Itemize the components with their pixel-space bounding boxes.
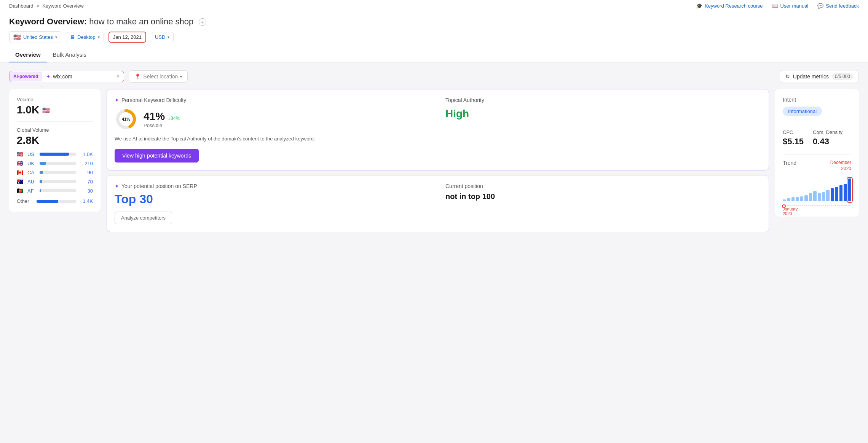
trend-bar xyxy=(835,187,838,201)
volume-bar xyxy=(40,153,76,156)
af-flag-icon: 🇦🇫 xyxy=(17,188,24,194)
ai-badge: AI-powered xyxy=(10,72,42,81)
update-count-badge: 0/5,000 xyxy=(832,73,853,80)
other-volume: 1.4K xyxy=(79,198,93,204)
breadcrumb-separator: > xyxy=(37,3,40,9)
chevron-down-icon: ▾ xyxy=(55,35,57,39)
tab-overview[interactable]: Overview xyxy=(9,48,47,62)
trend-bar xyxy=(796,197,799,201)
donut-label: 41% xyxy=(122,117,130,121)
view-high-potential-button[interactable]: View high-potential keywords xyxy=(115,149,199,163)
current-position: Current position not in top 100 xyxy=(445,183,761,206)
search-input[interactable] xyxy=(53,73,114,80)
trend-dashed-line xyxy=(783,206,851,206)
list-item: 🇺🇸 US 1.0K xyxy=(17,151,93,157)
global-volume-label: Global Volume xyxy=(17,127,93,133)
country-filter-button[interactable]: 🇺🇸 United States ▾ xyxy=(9,31,61,43)
country-volume: 1.0K xyxy=(79,151,93,157)
desktop-icon: 🖥 xyxy=(70,34,75,40)
intent-label: Intent xyxy=(783,97,851,103)
cpc-item: CPC $5.15 xyxy=(783,129,804,147)
pkd-section: ✦ Personal Keyword Difficulty 41% xyxy=(115,97,430,131)
country-volume: 90 xyxy=(79,170,93,175)
chevron-down-icon: ▾ xyxy=(180,75,182,79)
refresh-icon: ↻ xyxy=(785,73,790,80)
volume-label: Volume xyxy=(17,97,93,102)
filters-row: 🇺🇸 United States ▾ 🖥 Desktop ▾ Jan 12, 2… xyxy=(9,31,859,48)
chevron-down-icon: ▾ xyxy=(168,35,169,39)
card-top: ✦ Personal Keyword Difficulty 41% xyxy=(115,97,761,131)
trend-bar xyxy=(813,191,816,201)
ta-value: High xyxy=(445,108,761,120)
trend-jan-label: January 2020 xyxy=(783,207,798,216)
current-pos-header: Current position xyxy=(445,183,761,189)
spark-icon: ✦ xyxy=(115,97,119,103)
list-item: 🇬🇧 UK 210 xyxy=(17,160,93,166)
search-bar-row: AI-powered ✦ ✕ 📍 Select location ▾ ↻ Upd… xyxy=(9,70,859,83)
global-volume-value: 2.8K xyxy=(17,134,93,147)
course-icon: 🎓 xyxy=(696,3,702,9)
serp-header: ✦ Your potential position on SERP Top 30… xyxy=(115,183,761,206)
top-bar: Dashboard > Keyword Overview 🎓 Keyword R… xyxy=(0,0,868,12)
spark-icon: ✦ xyxy=(115,183,119,189)
country-code: US xyxy=(27,151,37,157)
volume-bar xyxy=(40,189,76,192)
analyze-competitors-button[interactable]: Analyze competitors xyxy=(115,212,172,224)
breadcrumb-home[interactable]: Dashboard xyxy=(9,3,34,9)
list-item: 🇦🇫 AF 30 xyxy=(17,188,93,194)
currency-filter-button[interactable]: USD ▾ xyxy=(151,32,174,42)
tab-bulk-analysis[interactable]: Bulk Analysis xyxy=(47,48,93,62)
trend-bar xyxy=(822,192,825,202)
intent-section: Intent Informational xyxy=(783,97,851,116)
trend-bar xyxy=(848,178,851,201)
trend-label: Trend xyxy=(783,160,796,166)
trend-bar xyxy=(804,195,807,201)
trend-bar xyxy=(826,190,829,201)
pkd-change: ↓34% xyxy=(168,115,180,121)
pkd-content: 41% 41% ↓34% Possible xyxy=(115,108,430,131)
pkd-card: ✦ Personal Keyword Difficulty 41% xyxy=(107,89,769,171)
tabs-row: Overview Bulk Analysis xyxy=(0,48,868,62)
search-input-inner: ✦ ✕ xyxy=(42,71,124,82)
topical-authority-section: Topical Authority High xyxy=(445,97,761,131)
nav-feedback-link[interactable]: 💬 Send feedback xyxy=(817,3,859,9)
ta-header: Topical Authority xyxy=(445,97,761,103)
close-icon[interactable]: ✕ xyxy=(116,74,120,79)
country-list: 🇺🇸 US 1.0K 🇬🇧 UK 210 🇨🇦 CA 90 xyxy=(17,151,93,204)
us-flag-icon: 🇺🇸 xyxy=(17,151,24,157)
top30-value: Top 30 xyxy=(115,192,430,206)
ca-flag-icon: 🇨🇦 xyxy=(17,169,24,175)
page-header: Keyword Overview: how to make an online … xyxy=(0,12,868,48)
cpc-section: CPC $5.15 Com. Density 0.43 xyxy=(783,129,851,147)
update-metrics-button[interactable]: ↻ Update metrics 0/5,000 xyxy=(780,70,859,83)
date-filter-button[interactable]: Jan 12, 2021 xyxy=(108,32,146,43)
nav-course-link[interactable]: 🎓 Keyword Research course xyxy=(696,3,763,9)
intent-badge: Informational xyxy=(783,107,822,116)
volume-bar xyxy=(40,180,76,183)
volume-value: 1.0K 🇺🇸 xyxy=(17,104,93,116)
pkd-header: ✦ Personal Keyword Difficulty xyxy=(115,97,430,103)
trend-header: Trend December 2020 xyxy=(783,160,851,172)
other-label: Other xyxy=(17,198,34,204)
trend-bar xyxy=(844,184,847,201)
pkd-stats: 41% ↓34% Possible xyxy=(144,110,180,128)
density-label: Com. Density xyxy=(813,129,842,135)
density-item: Com. Density 0.43 xyxy=(813,129,842,147)
trend-bar xyxy=(839,185,842,202)
trend-bar xyxy=(791,197,795,201)
volume-bar xyxy=(40,171,76,174)
add-keyword-button[interactable]: + xyxy=(199,18,206,26)
nav-manual-link[interactable]: 📖 User manual xyxy=(772,3,809,9)
list-item: 🇦🇺 AU 70 xyxy=(17,178,93,185)
chevron-down-icon: ▾ xyxy=(98,35,100,39)
manual-icon: 📖 xyxy=(772,3,778,9)
left-panel: Volume 1.0K 🇺🇸 Global Volume 2.8K 🇺🇸 US … xyxy=(9,89,101,212)
center-panel: ✦ Personal Keyword Difficulty 41% xyxy=(107,89,769,232)
country-code: CA xyxy=(27,170,37,175)
breadcrumb-current: Keyword Overview xyxy=(42,3,83,9)
breadcrumb: Dashboard > Keyword Overview xyxy=(9,3,84,9)
location-select-button[interactable]: 📍 Select location ▾ xyxy=(129,70,188,83)
device-filter-button[interactable]: 🖥 Desktop ▾ xyxy=(66,32,104,42)
current-pos-value: not in top 100 xyxy=(445,192,761,201)
country-volume: 210 xyxy=(79,161,93,166)
